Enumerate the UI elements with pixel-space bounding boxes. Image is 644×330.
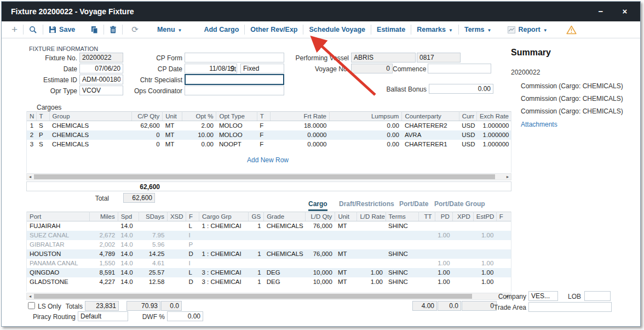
- ports-horizontal-scrollbar[interactable]: ◄ ►: [26, 293, 511, 300]
- other-rev-exp-button[interactable]: Other Rev/Exp: [250, 26, 297, 33]
- cell: 0.0000: [270, 140, 329, 149]
- summary-commission-item[interactable]: Commission (Cargo: CHEMICALS): [521, 95, 623, 103]
- voyage-no-field[interactable]: [351, 64, 393, 73]
- trade-area-field[interactable]: [528, 302, 612, 312]
- ballast-bonus-field[interactable]: [429, 84, 493, 94]
- copy-button[interactable]: [90, 26, 98, 33]
- table-row[interactable]: 3SCHEMICALS0MT0.00NOOPTF0.00000.00CHARTE…: [27, 140, 511, 149]
- vessel-code-field[interactable]: [417, 53, 461, 62]
- scrollbar-thumb[interactable]: [34, 174, 495, 179]
- table-row[interactable]: GLADSTONE4,22714.012.58D3 : CHEMICAI1DEG…: [27, 277, 511, 287]
- report-button[interactable]: Report ▼: [508, 26, 547, 33]
- scroll-left-arrow-icon[interactable]: ◄: [27, 174, 33, 180]
- chtr-specialist-field[interactable]: [185, 74, 284, 85]
- save-button[interactable]: Save: [49, 26, 75, 33]
- toolbar-separator: [303, 25, 303, 35]
- commence-field[interactable]: [428, 64, 491, 73]
- cell: MT: [163, 121, 182, 130]
- total-field[interactable]: [123, 193, 155, 203]
- scroll-left-arrow-icon[interactable]: ◄: [27, 293, 33, 299]
- column-header: F: [496, 212, 511, 221]
- estimate-id-field[interactable]: [79, 75, 123, 84]
- cell: 14.25: [139, 249, 167, 259]
- cell: [473, 249, 496, 259]
- cell: 2,002: [89, 240, 118, 249]
- cell: 1.00: [473, 231, 496, 240]
- cell: I: [186, 259, 199, 268]
- column-header: Counterparty: [402, 112, 459, 121]
- minimize-button[interactable]: −: [590, 2, 612, 21]
- summary-fixture-id[interactable]: 20200022: [511, 69, 540, 76]
- ops-coordinator-field[interactable]: [185, 86, 284, 95]
- miles-total-field[interactable]: [85, 301, 119, 311]
- cargoes-horizontal-scrollbar[interactable]: ◄ ►: [26, 173, 511, 180]
- scrollbar-thumb[interactable]: [34, 294, 472, 299]
- search-button[interactable]: [29, 26, 37, 34]
- summary-commission-item[interactable]: Commission (Cargo: CHEMICALS): [521, 82, 623, 90]
- cell: 1.00: [435, 268, 452, 277]
- estimate-button[interactable]: Estimate: [377, 26, 405, 33]
- opr-type-field[interactable]: [79, 86, 123, 95]
- date-field[interactable]: [79, 64, 123, 73]
- cell: 1,550: [89, 259, 118, 268]
- terms-button[interactable]: Terms ▼: [464, 26, 492, 33]
- add-cargo-label: Add Cargo: [204, 26, 239, 33]
- cell: [418, 231, 435, 240]
- lob-field[interactable]: [584, 291, 611, 301]
- table-row[interactable]: FUJAIRAH14.0L1 : CHEMICAI1CHEMICALS76,00…: [27, 221, 511, 231]
- menu-button[interactable]: Menu ▼: [157, 26, 182, 33]
- tt-total-field[interactable]: [412, 301, 437, 311]
- sdays-total-field[interactable]: [127, 301, 160, 311]
- table-row[interactable]: SUEZ CANAL2,67214.07.95I1.001.00: [27, 231, 511, 240]
- cell: [496, 240, 511, 249]
- commence-label: Commence: [393, 65, 426, 73]
- ports-table: PortMilesSpdSDaysXSDFCargo GrpGSGradeL/D…: [27, 212, 511, 287]
- schedule-voyage-button[interactable]: Schedule Voyage: [309, 26, 365, 33]
- cp-form-field[interactable]: [185, 53, 284, 62]
- cell: MT: [335, 268, 357, 277]
- fixture-information-title: FIXTURE INFORMATION: [29, 45, 98, 52]
- piracy-routing-field[interactable]: [78, 311, 128, 321]
- warning-button[interactable]: [566, 25, 577, 35]
- tab-port-date-group[interactable]: Port/Date Group: [434, 200, 485, 209]
- close-button[interactable]: ×: [614, 2, 636, 21]
- pd-total-field[interactable]: [438, 301, 461, 311]
- summary-commission-item[interactable]: Commission (Cargo: CHEMICALS): [521, 107, 623, 115]
- table-row[interactable]: QINGDAO8,59114.025.57L3 : CHEMICAI1DEG10…: [27, 268, 511, 277]
- refresh-button[interactable]: ⟳: [131, 25, 139, 35]
- cargoes-section-label: Cargoes: [37, 104, 61, 111]
- company-field[interactable]: [528, 291, 558, 301]
- cell: 62,600: [132, 121, 163, 130]
- tab-cargo[interactable]: Cargo: [308, 200, 327, 211]
- table-row[interactable]: HOUSTON4,78914.014.25D1 : CHEMICAI1CHEMI…: [27, 249, 511, 259]
- table-row[interactable]: PANAMA CANAL1,55014.04.61I1.001.00: [27, 259, 511, 268]
- cell: SUEZ CANAL: [27, 231, 89, 240]
- tab-draft-restrictions[interactable]: Draft/Restrictions: [339, 200, 394, 209]
- fixture-no-field[interactable]: [79, 53, 123, 62]
- cell: [249, 259, 264, 268]
- table-row[interactable]: 2PCHEMICALS0MT10.00MOLOOF0.00000.00AVRAU…: [27, 130, 511, 140]
- cell: 1: [249, 277, 264, 287]
- cell: MT: [335, 249, 357, 259]
- performing-vessel-field[interactable]: [351, 53, 416, 62]
- ports-header-row: PortMilesSpdSDaysXSDFCargo GrpGSGradeL/D…: [27, 212, 511, 221]
- total-label: Total: [84, 195, 109, 202]
- cell: [335, 259, 357, 268]
- dwf-field[interactable]: [167, 311, 203, 321]
- tab-port-date[interactable]: Port/Date: [399, 200, 428, 209]
- remarks-button[interactable]: Remarks ▼: [417, 26, 453, 33]
- table-row[interactable]: GIBRALTAR2,00214.05.96P: [27, 240, 511, 249]
- scroll-right-arrow-icon[interactable]: ►: [504, 174, 511, 180]
- cell: 10,000: [306, 268, 335, 277]
- summary-attachments-link[interactable]: Attachments: [521, 121, 557, 128]
- table-row[interactable]: 1SCHEMICALS62,600MT2.00MOLOOF18.00000.00…: [27, 121, 511, 130]
- cell: 14.0: [118, 231, 139, 240]
- add-new-row-link[interactable]: Add New Row: [247, 156, 289, 164]
- cell: 0.0000: [270, 130, 329, 140]
- add-cargo-button[interactable]: Add Cargo: [204, 26, 239, 33]
- status-field[interactable]: [240, 64, 284, 73]
- new-button[interactable]: +: [12, 25, 18, 35]
- xsd-total-field[interactable]: [161, 301, 182, 311]
- delete-button[interactable]: [110, 26, 117, 33]
- ls-only-checkbox[interactable]: [28, 302, 35, 309]
